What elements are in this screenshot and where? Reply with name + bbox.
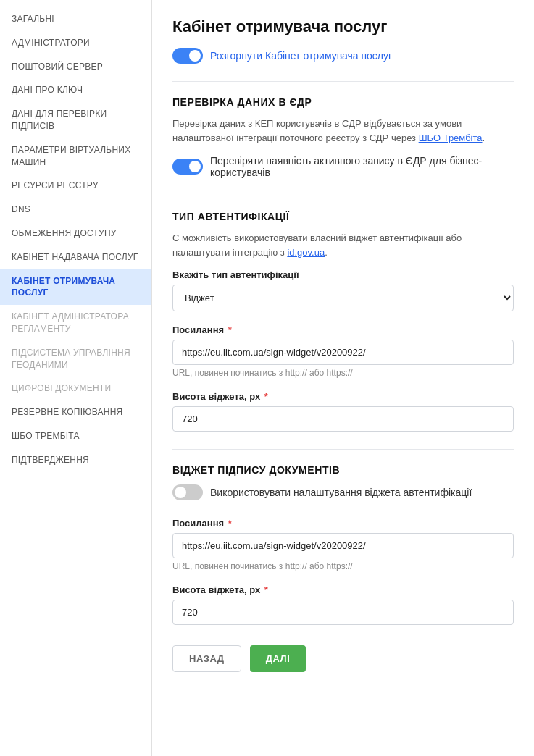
sidebar-item-kabinet-administratora: КАБІНЕТ АДМІНІСТРАТОРА РЕГЛАМЕНТУ xyxy=(0,305,151,341)
sign-link-hint: URL, повинен починатись з http:// або ht… xyxy=(172,561,514,571)
sidebar-item-pidtverdzhennia[interactable]: ПІДТВЕРДЖЕННЯ xyxy=(0,448,151,472)
sign-link-input[interactable] xyxy=(172,533,514,558)
sign-height-group: Висота віджета, рх * xyxy=(172,584,514,625)
divider-1 xyxy=(172,81,514,82)
auth-link-label: Посилання * xyxy=(172,324,514,335)
section-sign-title: ВІДЖЕТ ПІДПИСУ ДОКУМЕНТІВ xyxy=(172,464,514,476)
sidebar-item-shbo-trembita[interactable]: ШБО ТРЕМБІТА xyxy=(0,424,151,448)
sidebar-item-kabinet-nadavacha[interactable]: КАБІНЕТ НАДАВАЧА ПОСЛУГ xyxy=(0,245,151,269)
edr-toggle-label: Перевіряти наявність активного запису в … xyxy=(210,155,514,178)
footer-buttons: НАЗАД ДАЛІ xyxy=(172,645,514,672)
back-button[interactable]: НАЗАД xyxy=(172,645,241,672)
sidebar-item-rezervne-kopiiuvannia[interactable]: РЕЗЕРВНЕ КОПІЮВАННЯ xyxy=(0,400,151,424)
auth-type-group: Вкажіть тип автентифікації Віджет id.gov… xyxy=(172,269,514,311)
sidebar-item-kabinet-otrymyvacha[interactable]: КАБІНЕТ ОТРИМУВАЧА ПОСЛУГ xyxy=(0,269,151,306)
sidebar-item-dns[interactable]: DNS xyxy=(0,198,151,222)
next-button[interactable]: ДАЛІ xyxy=(250,645,306,672)
expand-toggle-slider[interactable] xyxy=(172,48,203,64)
edr-toggle-slider[interactable] xyxy=(172,159,203,175)
sign-link-group: Посилання * URL, повинен починатись з ht… xyxy=(172,518,514,571)
sign-link-label: Посилання * xyxy=(172,518,514,529)
auth-link-hint: URL, повинен починатись з http:// або ht… xyxy=(172,368,514,378)
section-edr: ПЕРЕВІРКА ДАНИХ В ЄДР Перевірка даних з … xyxy=(172,96,514,178)
section-auth-desc: Є можливість використовувати власний від… xyxy=(172,231,514,259)
edr-toggle-row: Перевіряти наявність активного запису в … xyxy=(172,155,514,178)
sign-height-input[interactable] xyxy=(172,600,514,625)
auth-link-group: Посилання * URL, повинен починатись з ht… xyxy=(172,324,514,378)
main-content: Кабінет отримувача послуг Розгорнути Каб… xyxy=(152,0,534,756)
sidebar-item-administratory[interactable]: АДМІНІСТРАТОРИ xyxy=(0,31,151,55)
page-title: Кабінет отримувача послуг xyxy=(172,17,514,36)
sign-height-label: Висота віджета, рх * xyxy=(172,584,514,595)
section-auth: ТИП АВТЕНТИФІКАЦІЇ Є можливість використ… xyxy=(172,211,514,432)
sidebar-item-pidsystema-geodanymy: ПІДСИСТЕМА УПРАВЛІННЯ ГЕОДАНИМИ xyxy=(0,341,151,377)
sign-toggle-row: Використовувати налаштування віджета авт… xyxy=(172,484,514,500)
sidebar-item-dani-perevirky[interactable]: ДАНІ ДЛЯ ПЕРЕВІРКИ ПІДПИСІВ xyxy=(0,102,151,138)
auth-height-label: Висота віджета, рх * xyxy=(172,391,514,402)
sidebar-item-obmezhennia-dostupu[interactable]: ОБМЕЖЕННЯ ДОСТУПУ xyxy=(0,222,151,245)
sign-toggle-slider[interactable] xyxy=(172,484,203,500)
expand-toggle[interactable] xyxy=(172,48,203,64)
shbo-trembita-link[interactable]: ШБО Трембіта xyxy=(419,133,483,143)
sidebar-item-resursy-reestru[interactable]: РЕСУРСИ РЕЄСТРУ xyxy=(0,174,151,198)
auth-height-input[interactable] xyxy=(172,406,514,432)
sidebar-item-poshtovyi-server[interactable]: ПОШТОВИЙ СЕРВЕР xyxy=(0,55,151,79)
sidebar: ЗАГАЛЬНІАДМІНІСТРАТОРИПОШТОВИЙ СЕРВЕРДАН… xyxy=(0,0,152,756)
sign-toggle[interactable] xyxy=(172,484,203,500)
sidebar-item-dani-pro-kliuch[interactable]: ДАНІ ПРО КЛЮЧ xyxy=(0,78,151,102)
expand-toggle-row: Розгорнути Кабінет отримувача послуг xyxy=(172,48,514,64)
section-sign: ВІДЖЕТ ПІДПИСУ ДОКУМЕНТІВ Використовуват… xyxy=(172,464,514,625)
section-edr-title: ПЕРЕВІРКА ДАНИХ В ЄДР xyxy=(172,96,514,108)
auth-type-label: Вкажіть тип автентифікації xyxy=(172,269,514,280)
auth-link-input[interactable] xyxy=(172,340,514,365)
sidebar-item-parametry-vm[interactable]: ПАРАМЕТРИ ВІРТУАЛЬНИХ МАШИН xyxy=(0,138,151,175)
divider-2 xyxy=(172,196,514,196)
sidebar-item-tsyfrovi-dokumenty: ЦИФРОВІ ДОКУМЕНТИ xyxy=(0,377,151,400)
auth-height-group: Висота віджета, рх * xyxy=(172,391,514,432)
sidebar-item-zagalni[interactable]: ЗАГАЛЬНІ xyxy=(0,7,151,31)
section-auth-title: ТИП АВТЕНТИФІКАЦІЇ xyxy=(172,211,514,222)
divider-3 xyxy=(172,449,514,450)
id-gov-link[interactable]: id.gov.ua xyxy=(287,247,325,258)
auth-type-select[interactable]: Віджет id.gov.ua xyxy=(172,285,514,311)
expand-toggle-label: Розгорнути Кабінет отримувача послуг xyxy=(210,50,392,62)
sign-toggle-label: Використовувати налаштування віджета авт… xyxy=(210,487,472,498)
section-edr-desc: Перевірка даних з КЕП користувачів в СДР… xyxy=(172,117,514,145)
edr-toggle[interactable] xyxy=(172,159,203,175)
